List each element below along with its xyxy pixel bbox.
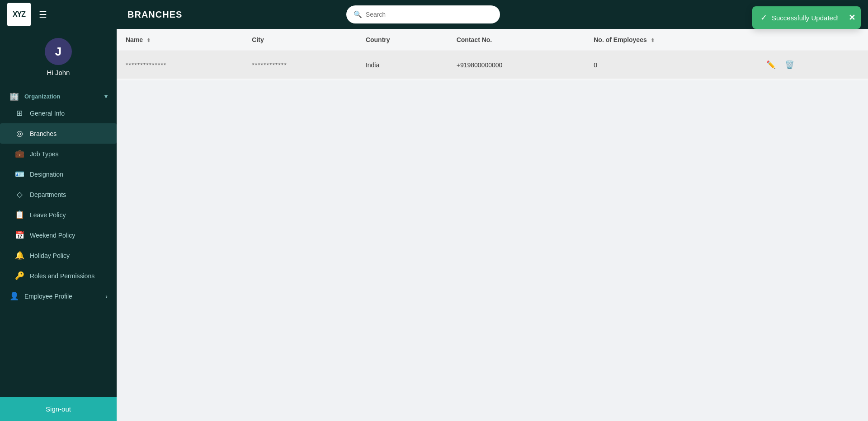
sidebar-item-label-branches: Branches [30,130,57,137]
search-icon: 🔍 [354,10,362,19]
sidebar-item-label-organization: Organization [24,93,60,100]
column-actions [754,29,868,51]
cell-name: ************** [117,51,243,80]
search-bar[interactable]: 🔍 [346,5,500,23]
edit-button[interactable]: ✏️ [763,58,779,71]
organization-icon: 🏢 [9,92,19,101]
sidebar-item-general-info[interactable]: ⊞ General Info [0,103,117,123]
sign-out-button[interactable]: Sign-out [0,397,117,421]
sidebar: XYZ ☰ J Hi John 🏢 Organization ▾ ⊞ Gener… [0,0,117,421]
weekend-policy-icon: 📅 [14,230,24,240]
page-title: BRANCHES [127,9,182,20]
cell-contact-no: +919800000000 [448,51,585,80]
column-contact-no: Contact No. [448,29,585,51]
cell-no-of-employees: 0 [585,51,754,80]
designation-icon: 🪪 [14,169,24,179]
branches-table-container: Name ⬍ City Country Contact No. No. of E… [117,29,868,80]
sidebar-item-label-roles-permissions: Roles and Permissions [30,272,94,280]
sidebar-item-roles-permissions[interactable]: 🔑 Roles and Permissions [0,266,117,286]
table-header: Name ⬍ City Country Contact No. No. of E… [117,29,868,51]
search-input[interactable] [366,11,493,18]
general-info-icon: ⊞ [14,108,24,118]
sidebar-item-employee-profile[interactable]: 👤 Employee Profile › [0,286,117,306]
avatar: J [45,38,72,65]
chevron-down-icon: ▾ [104,93,108,100]
sidebar-item-label-designation: Designation [30,171,63,178]
column-city: City [243,29,357,51]
logo: XYZ [7,3,31,26]
hamburger-icon[interactable]: ☰ [39,9,47,20]
column-country: Country [357,29,448,51]
sidebar-item-label-weekend-policy: Weekend Policy [30,232,75,239]
branches-icon: ◎ [14,129,24,138]
sidebar-item-branches[interactable]: ◎ Branches [0,123,117,144]
chevron-right-icon: › [105,293,108,300]
sidebar-item-label-general-info: General Info [30,110,65,117]
sidebar-header: XYZ ☰ [0,0,117,29]
table-row: ************** ************ India +91980… [117,51,868,80]
sidebar-item-label-holiday-policy: Holiday Policy [30,252,70,259]
greeting-text: Hi John [47,69,70,76]
content-area: Name ⬍ City Country Contact No. No. of E… [117,29,868,421]
sort-icon-employees[interactable]: ⬍ [651,37,655,43]
sidebar-item-leave-policy[interactable]: 📋 Leave Policy [0,205,117,225]
sidebar-nav: 🏢 Organization ▾ ⊞ General Info ◎ Branch… [0,84,117,397]
sidebar-item-job-types[interactable]: 💼 Job Types [0,144,117,164]
sidebar-item-designation[interactable]: 🪪 Designation [0,164,117,184]
sidebar-item-holiday-policy[interactable]: 🔔 Holiday Policy [0,245,117,266]
roles-permissions-icon: 🔑 [14,271,24,281]
table-body: ************** ************ India +91980… [117,51,868,80]
cell-city: ************ [243,51,357,80]
sidebar-item-label-employee-profile: Employee Profile [24,293,72,300]
delete-button[interactable]: 🗑️ [781,58,798,71]
main-area: BRANCHES 🔍 + Add Name ⬍ City Country [117,0,868,421]
sidebar-item-label-departments: Departments [30,191,66,198]
sidebar-item-departments[interactable]: ◇ Departments [0,184,117,205]
sidebar-item-label-job-types: Job Types [30,150,59,158]
leave-policy-icon: 📋 [14,210,24,220]
column-no-of-employees: No. of Employees ⬍ [585,29,754,51]
sort-icon-name[interactable]: ⬍ [146,37,151,43]
job-types-icon: 💼 [14,149,24,159]
departments-icon: ◇ [14,190,24,199]
sidebar-item-label-leave-policy: Leave Policy [30,211,66,219]
cell-country: India [357,51,448,80]
employee-profile-icon: 👤 [9,291,19,301]
user-section: J Hi John [0,29,117,84]
sidebar-item-organization[interactable]: 🏢 Organization ▾ [0,87,117,103]
sidebar-item-weekend-policy[interactable]: 📅 Weekend Policy [0,225,117,245]
column-name: Name ⬍ [117,29,243,51]
cell-actions: ✏️ 🗑️ [754,51,868,79]
holiday-policy-icon: 🔔 [14,251,24,260]
branches-table: Name ⬍ City Country Contact No. No. of E… [117,29,868,80]
